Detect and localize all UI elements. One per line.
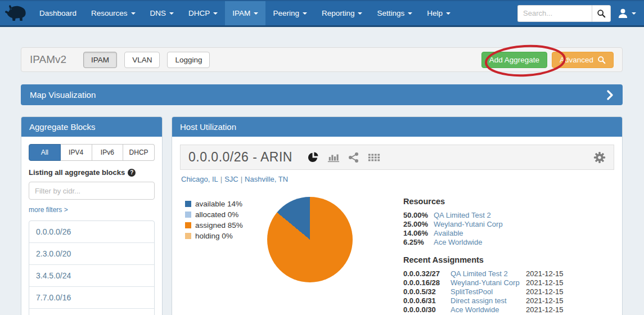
- rhino-logo-icon: [3, 3, 29, 24]
- listing-label-text: Listing all aggregate blocks: [29, 168, 125, 177]
- app-logo[interactable]: [0, 1, 32, 25]
- advanced-search-button[interactable]: Advanced: [552, 52, 614, 68]
- more-filters-link[interactable]: more filters >: [29, 206, 68, 214]
- legend-label: holding 0%: [195, 231, 233, 241]
- grid-view-button[interactable]: [368, 152, 380, 163]
- nav-label: Settings: [377, 9, 404, 17]
- aggregate-blocks-header: Aggregate Blocks: [21, 117, 162, 137]
- page-title: IPAMv2: [30, 53, 66, 66]
- tab-ipv6[interactable]: IPv6: [92, 144, 124, 161]
- assignment-link[interactable]: Direct assign test: [451, 296, 526, 305]
- table-row: 0.0.0.5/32 SplitTestPool 2021-12-15: [403, 287, 569, 296]
- bar-view-button[interactable]: [327, 152, 340, 163]
- user-menu[interactable]: [618, 8, 636, 19]
- host-utilization-header: Host Utilization: [172, 117, 622, 137]
- table-row: 0.0.0.6/31 Direct assign test 2021-12-15: [403, 296, 569, 305]
- nav-item-reporting[interactable]: Reporting: [314, 1, 370, 25]
- listing-label: Listing all aggregate blocks ?: [29, 168, 155, 177]
- search-input[interactable]: [517, 5, 592, 22]
- assignment-cidr: 0.0.0.5/32: [403, 287, 451, 296]
- resource-link[interactable]: QA Limited Test 2: [434, 211, 491, 220]
- tab-logging[interactable]: Logging: [167, 52, 210, 68]
- nav-item-dns[interactable]: DNS: [143, 1, 182, 25]
- legend-label: assigned 85%: [195, 220, 243, 231]
- assignment-date: 2021-12-15: [526, 305, 569, 314]
- nav-label: DNS: [150, 9, 166, 17]
- map-visualization-label: Map Visualization: [30, 90, 96, 100]
- aggregate-filter-tabs: All IPV4 IPv6 DHCP: [29, 144, 155, 161]
- chevron-right-icon: [607, 90, 614, 100]
- nav-item-settings[interactable]: Settings: [370, 1, 420, 25]
- share-button[interactable]: [348, 152, 359, 163]
- location-link[interactable]: SJC: [224, 175, 238, 183]
- table-row: 0.0.0.0/30 Ace Worldwide 2021-12-15: [403, 305, 569, 314]
- assignment-date: 2021-12-15: [526, 278, 569, 287]
- assignment-link[interactable]: SplitTestPool: [451, 287, 526, 296]
- table-row: 0.0.0.16/28 Weyland-Yutani Corp 2021-12-…: [403, 278, 569, 287]
- legend-swatch-available: [185, 201, 191, 207]
- assignment-cidr: 0.0.0.32/27: [403, 269, 451, 278]
- table-row: 6.25% Ace Worldwide: [403, 238, 569, 247]
- utilization-details: Resources 50.00% QA Limited Test 2 25.00…: [403, 197, 569, 314]
- search-button[interactable]: [592, 5, 611, 22]
- bar-chart-icon: [327, 152, 340, 163]
- share-icon: [348, 152, 359, 163]
- legend-swatch-allocated: [185, 212, 191, 218]
- host-utilization-panel: Host Utilization 0.0.0.0/26 - ARIN: [172, 116, 623, 315]
- chevron-down-icon: [213, 12, 218, 15]
- separator: |: [220, 175, 222, 183]
- search-icon: [597, 56, 606, 64]
- utilization-pie-chart: [267, 197, 353, 282]
- table-row: 50.00% QA Limited Test 2: [403, 211, 569, 220]
- list-item[interactable]: 0.0.0.0/26: [29, 221, 154, 243]
- assignment-link[interactable]: Ace Worldwide: [451, 305, 526, 314]
- legend-item: allocated 0%: [185, 209, 267, 220]
- list-item[interactable]: 2.3.0.0/20: [29, 243, 154, 265]
- top-navbar: Dashboard Resources DNS DHCP IPAM Peerin…: [0, 0, 644, 27]
- chevron-down-icon: [131, 12, 136, 15]
- nav-item-dhcp[interactable]: DHCP: [181, 1, 225, 25]
- chevron-down-icon: [254, 12, 258, 15]
- tab-all[interactable]: All: [29, 144, 61, 161]
- map-visualization-bar[interactable]: Map Visualization: [21, 84, 623, 105]
- location-link[interactable]: Nashville, TN: [245, 175, 288, 183]
- resource-link[interactable]: Weyland-Yutani Corp: [434, 220, 503, 229]
- resource-link[interactable]: Available: [434, 229, 463, 238]
- tab-dhcp[interactable]: DHCP: [123, 144, 155, 161]
- assignment-link[interactable]: Weyland-Yutani Corp: [451, 278, 526, 287]
- nav-label: IPAM: [232, 9, 250, 17]
- resource-link[interactable]: Ace Worldwide: [434, 238, 482, 247]
- help-icon[interactable]: ?: [128, 169, 136, 177]
- assignment-date: 2021-12-15: [526, 269, 569, 278]
- nav-label: Dashboard: [39, 9, 76, 17]
- nav-label: Reporting: [322, 9, 355, 17]
- separator: |: [241, 175, 242, 183]
- aggregate-blocks-panel: Aggregate Blocks All IPV4 IPv6 DHCP List…: [21, 116, 163, 315]
- nav-item-help[interactable]: Help: [420, 1, 458, 25]
- tab-ipam[interactable]: IPAM: [83, 52, 117, 68]
- location-link[interactable]: Chicago, IL: [181, 175, 218, 183]
- list-item[interactable]: [29, 309, 154, 315]
- assignment-link[interactable]: QA Limited Test 2: [451, 269, 526, 278]
- cidr-filter-input[interactable]: [29, 182, 155, 200]
- list-item[interactable]: 3.4.5.0/24: [29, 265, 154, 287]
- pie-view-button[interactable]: [307, 151, 319, 163]
- resource-percent: 6.25%: [403, 238, 434, 247]
- resource-percent: 14.06%: [403, 229, 434, 238]
- settings-button[interactable]: [593, 151, 606, 164]
- nav-item-resources[interactable]: Resources: [84, 1, 143, 25]
- tab-ipv4[interactable]: IPV4: [61, 144, 92, 161]
- nav-item-dashboard[interactable]: Dashboard: [32, 1, 84, 25]
- nav-item-peering[interactable]: Peering: [265, 1, 314, 25]
- assignment-date: 2021-12-15: [526, 287, 569, 296]
- search-icon: [597, 9, 606, 18]
- list-item[interactable]: 7.7.0.0/16: [29, 287, 154, 309]
- assignment-cidr: 0.0.0.6/31: [403, 296, 451, 305]
- aggregate-block-list: 0.0.0.0/26 2.3.0.0/20 3.4.5.0/24 7.7.0.0…: [29, 220, 155, 315]
- chevron-down-icon: [446, 12, 451, 15]
- add-aggregate-button[interactable]: Add Aggregate: [481, 52, 547, 68]
- nav-item-ipam[interactable]: IPAM: [225, 1, 265, 25]
- tab-vlan[interactable]: VLAN: [124, 52, 160, 68]
- resource-percent: 25.00%: [403, 220, 434, 229]
- advanced-label: Advanced: [560, 56, 593, 64]
